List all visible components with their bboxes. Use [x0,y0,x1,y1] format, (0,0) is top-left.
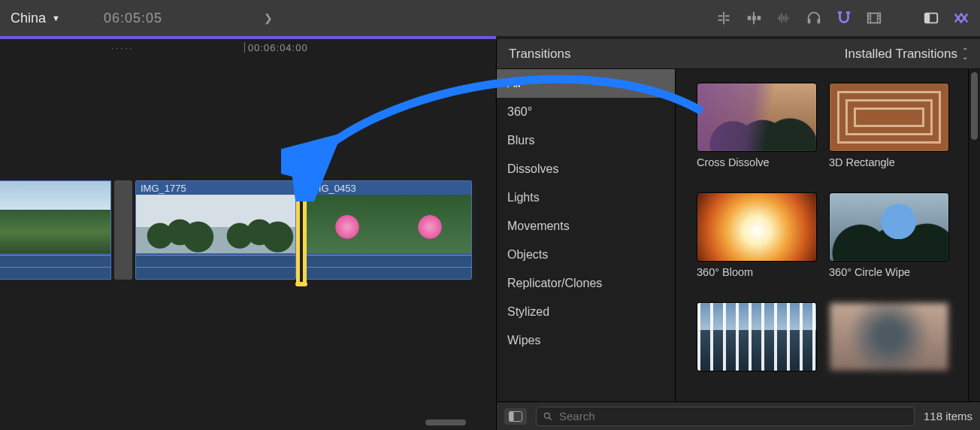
timeline-clip[interactable]: IMG_1775 [135,180,296,280]
transition-name: 3D Rectangle [829,156,949,168]
search-input[interactable] [559,410,908,422]
category-item[interactable]: Movements [497,212,675,241]
clips-row: IMG_1775 IMG_0453 [0,180,473,284]
svg-rect-7 [925,14,930,23]
timeline-gap[interactable] [114,180,132,280]
transition-item[interactable] [829,302,949,401]
panel-scrollbar[interactable] [968,69,980,401]
category-item[interactable]: Stylized [497,298,675,326]
waveform-icon[interactable] [776,10,792,26]
timeline-scrollbar[interactable] [271,419,466,427]
transition-name: 360° Circle Wipe [829,266,949,278]
svg-rect-3 [808,19,811,23]
timeline-clip[interactable]: IMG_0453 [305,180,472,280]
transition-thumb[interactable] [829,302,949,371]
up-down-icon: ⌃⌄ [962,48,968,60]
audio-skimming-icon[interactable] [746,10,762,26]
browser-toggle-icon[interactable] [953,10,969,26]
headphones-icon[interactable] [806,10,822,26]
transition-item[interactable]: 360° Bloom [697,192,817,292]
scrollbar-thumb[interactable] [425,419,466,425]
transition-thumb[interactable] [697,302,817,371]
item-count: 118 items [924,410,972,422]
panel-filter-popup[interactable]: Installed Transitions ⌃⌄ [845,47,968,62]
transition-thumb[interactable] [829,83,949,152]
timecode-arrow-icon: ❯ [264,12,273,24]
clip-label: IMG_1775 [141,183,186,194]
top-toolbar: China ▼ 06:05:05 ❯ [0,0,980,36]
search-field[interactable] [536,407,915,426]
transition-name: Cross Dissolve [697,156,817,168]
svg-point-10 [544,413,549,418]
category-item[interactable]: Dissolves [497,155,675,183]
time-ruler[interactable]: ····· 00:06:04:00 [0,39,496,57]
category-item[interactable]: Objects [497,241,675,269]
filmstrip-icon[interactable] [866,10,882,26]
svg-rect-9 [510,411,514,421]
scrollbar-thumb[interactable] [971,72,978,140]
project-selector[interactable]: China ▼ [11,11,60,26]
svg-rect-2 [758,16,761,20]
ruler-dots-icon: ····· [111,44,134,53]
transitions-panel: Transitions Installed Transitions ⌃⌄ All… [496,39,980,430]
transition-item[interactable]: 3D Rectangle [829,83,949,182]
svg-rect-0 [748,16,752,20]
timeline-area[interactable]: ····· 00:06:04:00 IMG_1775 IMG_0453 [0,39,496,430]
svg-rect-5 [868,14,881,23]
project-name: China [11,11,46,26]
transition-thumb[interactable] [697,192,817,262]
snapping-icon[interactable] [836,10,852,26]
category-item[interactable]: All [497,69,675,98]
panel-footer: 118 items [497,401,980,430]
view-mode-button[interactable] [504,408,527,425]
transitions-grid: Cross Dissolve3D Rectangle360° Bloom360°… [676,69,968,401]
timecode-display[interactable]: 06:05:05 [104,11,162,26]
ruler-tick: 00:06:04:00 [244,41,308,54]
panel-filter-label: Installed Transitions [845,47,957,62]
transition-item[interactable]: Cross Dissolve [697,83,817,182]
chevron-down-icon: ▼ [52,14,60,23]
category-item[interactable]: Replicator/Clones [497,269,675,298]
category-item[interactable]: Wipes [497,326,675,355]
category-item[interactable]: Blurs [497,126,675,155]
transition-thumb[interactable] [829,192,949,262]
transition-item[interactable]: 360° Circle Wipe [829,192,949,292]
svg-rect-4 [818,19,821,23]
category-item[interactable]: Lights [497,183,675,212]
timeline-clip[interactable] [0,180,111,280]
search-icon [543,411,553,422]
category-list: All360°BlursDissolvesLightsMovementsObje… [497,69,676,401]
transition-item[interactable] [697,302,817,401]
clip-label: IMG_0453 [310,183,356,194]
panel-title: Transitions [509,47,571,62]
transition-thumb[interactable] [697,83,817,152]
transition-name: 360° Bloom [697,266,817,278]
skimming-icon[interactable] [715,10,732,26]
category-item[interactable]: 360° [497,98,675,126]
sidebar-toggle-icon[interactable] [923,10,939,26]
